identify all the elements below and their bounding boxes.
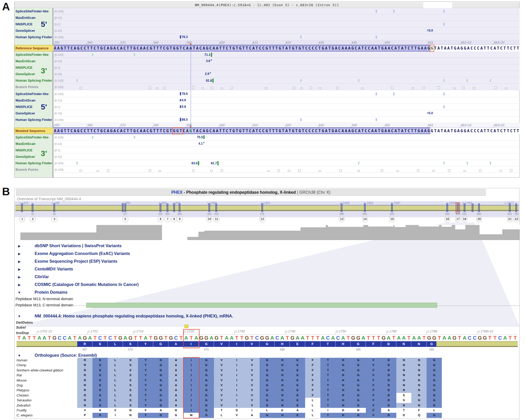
alignment-cell: A — [168, 358, 184, 363]
mrna-title[interactable]: NM_000444.4: Homo sapiens phosphate regu… — [35, 314, 233, 318]
exon-circle[interactable]: 5 — [122, 216, 128, 222]
exon-circle[interactable]: 15 — [389, 216, 395, 222]
expand-arrow-icon[interactable]: ▶ — [18, 252, 21, 256]
branch-point-mark — [288, 170, 290, 172]
mrna-base: T — [391, 335, 396, 341]
score-bar — [217, 161, 219, 165]
sequence-base: T — [156, 128, 159, 133]
sequence-base: A — [400, 46, 404, 51]
sequence-base: C — [354, 46, 358, 51]
mrna-base: T — [138, 335, 143, 341]
mrna-base: T — [148, 335, 153, 341]
exon-circle[interactable]: 20 — [476, 216, 482, 222]
ruler-label: 650 — [385, 123, 390, 127]
exon-circle[interactable]: 2 — [30, 216, 36, 222]
variant-track-label[interactable]: dbSNP Short Variations | SwissProt Varia… — [35, 244, 122, 248]
alignment-cell: G — [351, 358, 366, 363]
exon-circle[interactable]: 6 — [158, 216, 164, 222]
mrna-base: T — [234, 335, 240, 341]
branch-point-mark — [473, 87, 475, 89]
exon-circle[interactable]: 11 — [213, 216, 219, 222]
mrna-base: G — [168, 335, 174, 341]
exon-circle[interactable]: 21 — [507, 216, 513, 222]
sequence-base: C — [209, 128, 212, 133]
alignment-cell: G — [427, 363, 442, 368]
coverage-gap — [187, 225, 198, 237]
coverage-gap — [480, 225, 502, 234]
sequence-base: A — [252, 128, 255, 133]
exon-circle[interactable]: 7 — [165, 216, 171, 222]
sequence-base: G — [321, 128, 325, 133]
row-divider — [53, 64, 520, 64]
sequence-base: A — [374, 46, 377, 51]
variant-track-label[interactable]: COSMIC (Catalogue Of Somatic Mutations I… — [35, 282, 139, 287]
expand-arrow-icon[interactable]: ▶ — [18, 260, 21, 263]
exon-circle[interactable]: 22 — [513, 216, 519, 222]
variant-track-label[interactable]: Exome Aggregation Consortium (ExAC) Vari… — [35, 251, 130, 256]
alignment-cell: L — [108, 363, 123, 368]
sequence-base: C — [225, 46, 229, 51]
mrna-base: A — [416, 335, 422, 341]
alignment-cell: H — [336, 373, 351, 378]
exon-circle[interactable]: 10 — [206, 216, 212, 222]
alignment-cell: R — [77, 393, 92, 398]
orthologues-title[interactable]: Orthologues (Source: Ensembl) — [35, 353, 97, 358]
alignment-cell: G — [427, 413, 442, 418]
collapse-arrow-icon[interactable]: ▼ — [18, 291, 21, 294]
minor-signal-mark — [300, 118, 302, 121]
collapse-arrow-icon[interactable]: ▼ — [18, 354, 21, 357]
sequence-base: A — [467, 128, 470, 133]
amino-acid-box: G — [427, 341, 437, 347]
exon-circle[interactable]: 9 — [177, 216, 183, 222]
expand-arrow-icon[interactable]: ▶ — [18, 267, 21, 271]
alignment-cell: S — [123, 373, 138, 378]
sequence-base: C — [93, 128, 97, 133]
variant-track-label[interactable]: CentoMD® Variants — [35, 267, 73, 271]
branch-point-mark — [438, 86, 440, 89]
minor-signal-mark — [443, 10, 445, 13]
exon-circle[interactable]: 16 — [444, 216, 450, 222]
alignment-cell: L — [108, 393, 123, 398]
alignment-cell: S — [381, 408, 396, 413]
alignment-cell: G — [427, 368, 442, 373]
exon-circle[interactable]: 12 — [259, 216, 265, 222]
protein-position-number: 488 — [339, 213, 344, 215]
alignment-cell: G — [153, 403, 168, 408]
alignment-cell: A — [168, 403, 184, 408]
branch-point-mark — [505, 88, 507, 89]
expand-arrow-icon[interactable]: ▶ — [18, 283, 21, 287]
score-value: 2.9 — [205, 72, 209, 76]
sequence-base: T — [440, 128, 444, 133]
alignment-cell: F — [366, 373, 381, 378]
exon-circle[interactable]: 8 — [171, 216, 177, 222]
alignment-cell: G — [199, 408, 214, 413]
track-label: Human Splicing Finder — [16, 161, 53, 165]
alignment-cell: S — [123, 363, 138, 368]
mrna-base: A — [270, 335, 275, 341]
alignment-cell: G — [351, 413, 366, 418]
variant-track-label[interactable]: Exome Sequencing Project (ESP) Variants — [35, 259, 117, 264]
sequence-base: A — [374, 128, 377, 133]
exon-circle[interactable]: 3 — [51, 216, 57, 222]
alignment-cell: T — [320, 403, 336, 408]
exon-circle[interactable]: 14 — [362, 216, 368, 222]
sequence-base: T — [129, 128, 133, 133]
exon-boundary-tick — [33, 203, 33, 212]
gene-symbol[interactable]: PHEX — [171, 190, 183, 195]
exon-circle[interactable]: 1 — [19, 216, 25, 222]
protein-domains-title[interactable]: Protein Domains — [35, 290, 67, 295]
exon-circle[interactable]: 18 — [462, 216, 468, 222]
sequence-base: G — [60, 46, 64, 51]
collapse-arrow-icon[interactable]: ▼ — [18, 314, 21, 318]
expand-arrow-icon[interactable]: ▶ — [18, 244, 21, 248]
exon-circle[interactable]: 13 — [339, 216, 345, 222]
mrna-base: A — [396, 335, 402, 341]
variant-track-label[interactable]: ClinVar — [35, 275, 49, 279]
exon-junction-highlight-box — [430, 45, 435, 52]
branch-point-mark — [192, 169, 195, 172]
sequence-base: T — [397, 46, 401, 51]
mrna-base: A — [224, 335, 229, 341]
expand-arrow-icon[interactable]: ▶ — [18, 275, 21, 279]
exon-circle[interactable]: 17 — [455, 216, 461, 222]
mrna-base: A — [42, 335, 47, 341]
